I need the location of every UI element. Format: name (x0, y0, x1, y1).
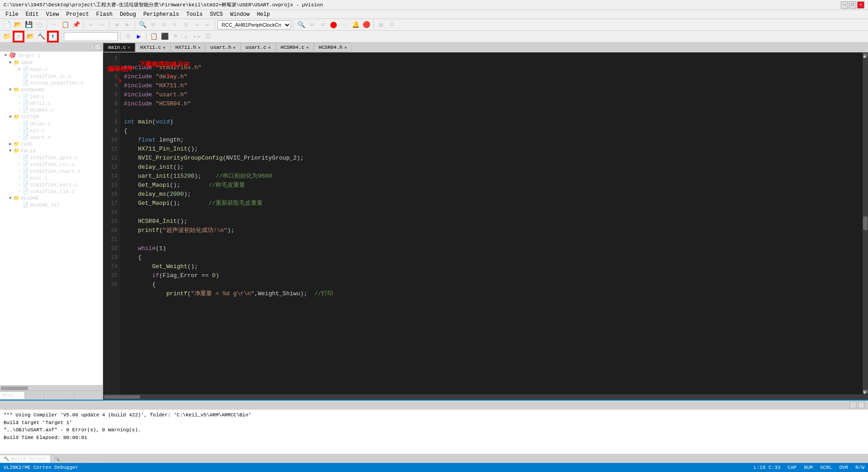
tree-node-hcsr04c[interactable]: + 📄 HCSR04.c (0, 107, 103, 113)
open-button[interactable]: 📂 (13, 20, 23, 30)
tab-hcsr04c-close[interactable]: ✕ (306, 45, 308, 50)
save-all-button[interactable]: 🗃 (34, 20, 44, 30)
btn8[interactable]: ≣ (181, 20, 191, 30)
tab-usarth[interactable]: usart.h ✕ (205, 43, 241, 52)
project-panel-close[interactable]: ✕ (94, 44, 101, 50)
tree-node-core[interactable]: ▶ 📁 CORE (0, 141, 103, 147)
tab-hcsr04h[interactable]: HCSR04.h ✕ (314, 43, 352, 52)
menu-debug[interactable]: Debug (116, 10, 140, 19)
tree-node-user[interactable]: ▼ 📁 USER (0, 59, 103, 66)
compile-button[interactable]: ⚙ (14, 32, 24, 42)
search2-button[interactable]: 🔍 (296, 20, 306, 30)
code-content[interactable]: #include "stm32f10x.h" #include "delay.h… (120, 52, 863, 394)
menu-project[interactable]: Project (62, 10, 92, 19)
menu-help[interactable]: Help (253, 10, 274, 19)
tab-usarth-close[interactable]: ✕ (233, 45, 236, 50)
horizontal-scrollbar[interactable] (103, 394, 868, 400)
proj-tab-books[interactable]: Books (25, 392, 44, 399)
btn22[interactable]: ⬛ (160, 32, 170, 42)
maximize-button[interactable]: □ (849, 1, 856, 9)
paste-button[interactable]: 📌 (71, 20, 81, 30)
tree-node-readme[interactable]: ▼ 📁 README (0, 195, 103, 202)
btn10[interactable]: ⇤ (203, 20, 212, 30)
close-button[interactable]: ✕ (857, 1, 864, 9)
tree-node-readmetxt[interactable]: 📄 README.TXT (0, 202, 103, 208)
download-button[interactable]: ⬇ (48, 32, 58, 42)
copy-button[interactable]: 📋 (60, 20, 70, 30)
tree-node-misc[interactable]: + 📄 misc.c (0, 175, 103, 181)
tree-node-stm32it[interactable]: 📄 stm32f10x_it.c (0, 73, 103, 80)
tree-node-target1[interactable]: ▼ 🎯 Target 1 (0, 52, 103, 59)
tree-node-system[interactable]: 📄 system_stm32f10x.c (0, 80, 103, 86)
menu-flash[interactable]: Flash (93, 10, 116, 19)
redo-button[interactable]: ↪ (97, 20, 107, 30)
tree-node-gpio[interactable]: + 📄 stm32f10x_gpio.c (0, 154, 103, 161)
proj-tab-fun[interactable]: {} Fun... (44, 392, 75, 399)
tree-node-sysc[interactable]: + 📄 sys.c (0, 127, 103, 134)
btn14[interactable]: 🔔 (350, 20, 360, 30)
build-output-close[interactable]: ✕ (858, 402, 864, 408)
btn16[interactable]: ▦ (376, 20, 386, 30)
undo-button[interactable]: ↩ (86, 20, 96, 30)
proj-tab-project[interactable]: Proj... (0, 392, 25, 399)
tree-node-fwlib[interactable]: ▼ 📁 FWLib (0, 147, 103, 154)
btn26[interactable]: ☰ (203, 32, 213, 42)
menu-edit[interactable]: Edit (22, 10, 42, 19)
tree-node-delayc[interactable]: + 📄 delay.c (0, 120, 103, 127)
run-button[interactable]: ▶ (134, 32, 144, 42)
tree-node-mainc[interactable]: + 📄 main.c (0, 66, 103, 73)
tree-node-exti[interactable]: + 📄 stm32f10x_exti.c (0, 181, 103, 188)
btn5[interactable]: ⊞ (148, 20, 158, 30)
tab-usartc[interactable]: usart.c ✕ (241, 43, 276, 52)
btn21[interactable]: 📋 (149, 32, 159, 42)
build-output-tab[interactable]: 🔨 Build Output (0, 455, 51, 463)
btn23[interactable]: ⚑ (170, 32, 180, 42)
tab-hx711h[interactable]: HX711.h ✕ (170, 43, 206, 52)
menu-window[interactable]: Window (226, 10, 253, 19)
find-button[interactable]: 🔍 (137, 20, 147, 30)
tab-scroll-left[interactable]: ◄ (855, 45, 862, 52)
tab-mainc-close[interactable]: ✕ (128, 45, 130, 50)
proj-tab-templ[interactable]: Templ... (75, 392, 102, 399)
menu-svcs[interactable]: SVCS (206, 10, 226, 19)
btn11[interactable]: ⊕ (307, 20, 317, 30)
btn25[interactable]: ▸▸ (192, 32, 202, 42)
menu-file[interactable]: File (2, 10, 22, 19)
nav-fwd-button[interactable]: ► (123, 20, 132, 30)
btn9[interactable]: ⇥ (192, 20, 202, 30)
tree-node-ledc[interactable]: + 📄 led.c (0, 93, 103, 100)
tab-hcsr04h-close[interactable]: ✕ (344, 45, 347, 50)
cut-button[interactable]: ✂ (49, 20, 59, 30)
btn18[interactable]: 📂 (25, 32, 35, 42)
build-btn1[interactable]: 📁 (2, 32, 12, 42)
rcc-dropdown[interactable]: RCC_AHB1PeriphClockCn (217, 20, 291, 29)
btn12[interactable]: ⊘ (318, 20, 328, 30)
tab-scroll-right[interactable]: ✕ (862, 45, 868, 52)
build-output-icon1[interactable]: ⊡ (850, 402, 856, 408)
nav-back-button[interactable]: ◄ (112, 20, 122, 30)
btn17[interactable]: ⚙ (387, 20, 397, 30)
tab-usartc-close[interactable]: ✕ (268, 45, 270, 50)
tree-node-system-folder[interactable]: ▼ 📁 SYSTEM (0, 113, 103, 120)
btn6[interactable]: ⊟ (159, 20, 169, 30)
tab-hcsr04c[interactable]: HCSR04.c ✕ (276, 43, 314, 52)
menu-tools[interactable]: Tools (183, 10, 206, 19)
btn19[interactable]: 🔨 (36, 32, 46, 42)
btn7[interactable]: ≡ (170, 20, 180, 30)
tree-node-tim[interactable]: + 📄 stm32f10x_tim.c (0, 188, 103, 195)
menu-view[interactable]: View (42, 10, 63, 19)
tab-mainc[interactable]: main.c ✕ (103, 43, 135, 52)
tab-hx711c[interactable]: HX711.c ✕ (135, 43, 170, 52)
menu-peripherals[interactable]: Peripherals (140, 10, 183, 19)
find-in-files-tab[interactable]: 🔍 Find In Files (51, 455, 104, 463)
code-editor[interactable]: 1234567891011121314151617181920212223242… (103, 52, 868, 394)
btn13[interactable]: ○ (340, 20, 349, 30)
tab-hx711c-close[interactable]: ✕ (163, 45, 165, 50)
save-button[interactable]: 💾 (24, 20, 33, 30)
tab-hx711h-close[interactable]: ✕ (198, 45, 200, 50)
target-input[interactable]: Target 1 (64, 32, 118, 41)
tree-node-usart-fw[interactable]: + 📄 stm32f10x_usart.c (0, 168, 103, 175)
tree-node-rcc[interactable]: + 📄 stm32f10x_rcc.c (0, 161, 103, 168)
tree-node-hx711c[interactable]: + 📄 HX711.c (0, 100, 103, 107)
btn20[interactable]: ⊞ (123, 32, 133, 42)
